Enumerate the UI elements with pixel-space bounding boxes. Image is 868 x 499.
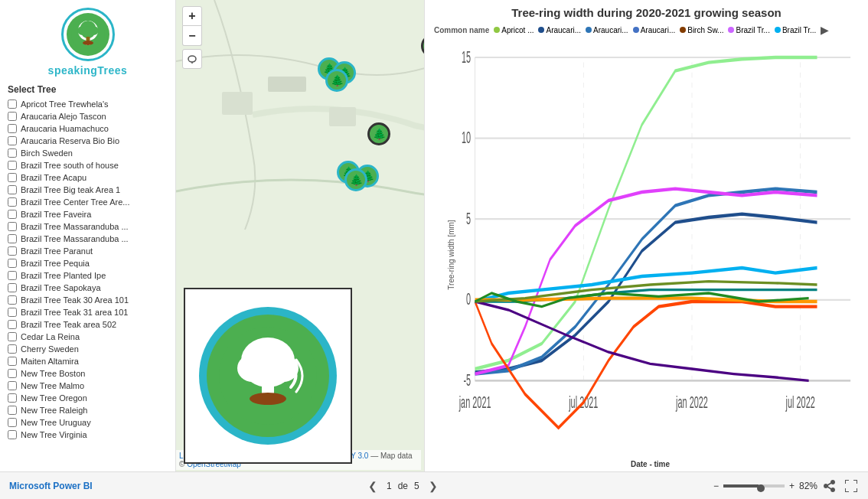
tree-list-item[interactable]: Brazil Tree Teak 31 area 101: [8, 306, 168, 318]
tree-marker-circle: 🌲: [344, 168, 367, 191]
legend-dot-5: [680, 27, 686, 33]
legend-more-button[interactable]: ▶: [821, 24, 829, 36]
tree-label: Cedar La Reina: [21, 332, 80, 341]
tree-marker-1[interactable]: 🌲: [421, 34, 424, 57]
tree-list-item[interactable]: Araucaria Huamachuco: [8, 122, 168, 135]
tree-checkbox[interactable]: [8, 369, 17, 378]
tree-checkbox[interactable]: [8, 259, 17, 268]
tree-checkbox[interactable]: [8, 344, 17, 354]
tree-list-item[interactable]: Brazil Tree Faveira: [8, 208, 168, 220]
tree-checkbox[interactable]: [8, 112, 17, 121]
tree-list-item[interactable]: New Tree Raleigh: [8, 404, 168, 416]
tree-checkbox[interactable]: [8, 357, 17, 366]
legend-text-3: Araucari...: [593, 26, 628, 34]
zoom-controls: − + 82%: [713, 478, 859, 494]
tree-label: Brazil Tree Pequia: [21, 259, 90, 268]
legend-text-7: Brazil Tr...: [782, 26, 816, 34]
tree-list-item[interactable]: Brazil Tree Big teak Area 1: [8, 184, 168, 196]
tree-checkbox[interactable]: [8, 418, 17, 427]
legend-dot-4: [633, 27, 639, 33]
share-icon[interactable]: [822, 478, 837, 494]
tree-list-item[interactable]: Brazil Tree Pequia: [8, 257, 168, 269]
legend-item-7: Brazil Tr...: [775, 26, 816, 34]
tree-checkbox[interactable]: [8, 430, 17, 439]
tree-list-item[interactable]: Brazil Tree Sapokaya: [8, 282, 168, 294]
tree-list-item[interactable]: Brazil Tree Paranut: [8, 245, 168, 257]
tree-list-item[interactable]: Cherry Sweden: [8, 343, 168, 355]
fullscreen-icon[interactable]: [844, 478, 859, 494]
tree-list-item[interactable]: Brazil Tree Planted Ipe: [8, 269, 168, 282]
chart-title: Tree-ring width during 2020-2021 growing…: [434, 6, 859, 19]
zoom-minus[interactable]: −: [713, 481, 719, 491]
tree-label: Maiten Altamira: [21, 357, 79, 366]
tree-list-item[interactable]: Birch Sweden: [8, 147, 168, 159]
next-page-button[interactable]: ❯: [426, 478, 441, 494]
tree-list-item[interactable]: New Tree Malmo: [8, 380, 168, 392]
tree-list-item[interactable]: New Tree Oregon: [8, 392, 168, 404]
tree-list-item[interactable]: Brazil Tree Massaranduba ...: [8, 220, 168, 233]
svg-rect-13: [329, 107, 356, 126]
tree-checkbox[interactable]: [8, 381, 17, 390]
zoom-plus[interactable]: +: [789, 481, 795, 491]
tree-marker-8[interactable]: 🌲: [344, 168, 367, 191]
tree-checkbox[interactable]: [8, 99, 17, 109]
tree-checkbox[interactable]: [8, 320, 17, 329]
tree-list-item[interactable]: Brazil Tree south of house: [8, 159, 168, 171]
tree-checkbox[interactable]: [8, 148, 17, 158]
tree-checkbox[interactable]: [8, 308, 17, 317]
tree-list-item[interactable]: New Tree Boston: [8, 367, 168, 380]
tree-checkbox[interactable]: [8, 246, 17, 256]
tree-list-item[interactable]: New Tree Uruguay: [8, 416, 168, 429]
tree-label: Brazil Tree Teak area 502: [21, 320, 116, 329]
zoom-in-button[interactable]: +: [182, 6, 202, 26]
tree-checkbox[interactable]: [8, 197, 17, 207]
page-total: 5: [414, 481, 419, 491]
tree-list-item[interactable]: Maiten Altamira: [8, 355, 168, 367]
tree-list-item[interactable]: Apricot Tree Trewhela's: [8, 98, 168, 110]
tree-checkbox[interactable]: [8, 271, 17, 280]
tree-checkbox[interactable]: [8, 136, 17, 145]
legend-item-2: Araucari...: [538, 26, 581, 34]
tree-label: Brazil Tree Center Tree Are...: [21, 197, 129, 207]
legend-dot-7: [775, 27, 781, 33]
tree-checkbox[interactable]: [8, 234, 17, 243]
tree-checkbox[interactable]: [8, 210, 17, 219]
tree-list-item[interactable]: Brazil Tree Teak 30 Area 101: [8, 294, 168, 306]
svg-text:0: 0: [466, 289, 471, 308]
tree-list-item[interactable]: Brazil Tree Teak area 502: [8, 318, 168, 331]
tree-marker-5[interactable]: 🌲: [367, 122, 390, 145]
tree-checkbox[interactable]: [8, 161, 17, 170]
tree-label: Brazil Tree Massaranduba ...: [21, 222, 129, 231]
tree-checkbox[interactable]: [8, 295, 17, 305]
svg-text:15: 15: [462, 47, 471, 66]
tree-list-item[interactable]: New Tree Virginia: [8, 429, 168, 441]
tree-label: New Tree Oregon: [21, 393, 87, 403]
tree-checkbox[interactable]: [8, 124, 17, 133]
zoom-out-button[interactable]: −: [182, 26, 202, 46]
tree-checkbox[interactable]: [8, 393, 17, 403]
lasso-button[interactable]: [182, 49, 202, 69]
prev-page-button[interactable]: ❮: [365, 478, 380, 494]
tree-list-item[interactable]: Brazil Tree Center Tree Are...: [8, 196, 168, 208]
tree-checkbox[interactable]: [8, 222, 17, 231]
zoom-slider[interactable]: [723, 484, 785, 488]
tree-checkbox[interactable]: [8, 185, 17, 194]
tree-label: New Tree Malmo: [21, 381, 84, 390]
map-popup[interactable]: [184, 288, 352, 464]
tree-list-item[interactable]: Araucaria Reserva Bio Bio: [8, 135, 168, 147]
map-area[interactable]: + − 🌲 🌲 🌲 🌲 🌲 🌲: [176, 0, 424, 471]
tree-checkbox[interactable]: [8, 283, 17, 292]
tree-list-item[interactable]: Brazil Tree Acapu: [8, 171, 168, 184]
svg-point-14: [188, 56, 196, 62]
svg-text:jul 2022: jul 2022: [785, 392, 815, 411]
tree-marker-4[interactable]: 🌲: [325, 69, 348, 92]
x-axis-label: Date - time: [442, 460, 859, 468]
tree-list-item[interactable]: Cedar La Reina: [8, 331, 168, 343]
tree-list-item[interactable]: Brazil Tree Massaranduba ...: [8, 233, 168, 245]
tree-list-item[interactable]: Araucaria Alejo Tascon: [8, 110, 168, 122]
tree-checkbox[interactable]: [8, 332, 17, 341]
popup-logo-inner: [207, 315, 329, 437]
powerbi-link[interactable]: Microsoft Power BI: [9, 481, 93, 491]
tree-checkbox[interactable]: [8, 406, 17, 415]
tree-checkbox[interactable]: [8, 173, 17, 182]
